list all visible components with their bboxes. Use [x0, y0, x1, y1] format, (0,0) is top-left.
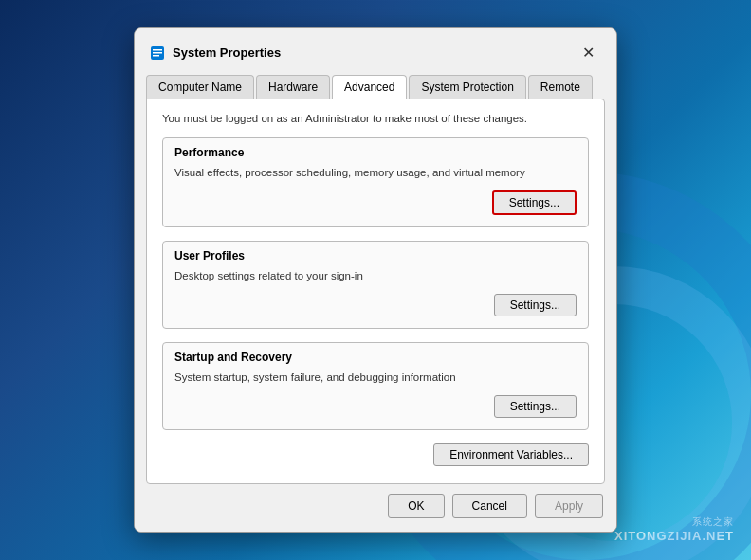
svg-rect-2	[153, 52, 162, 54]
tab-content: You must be logged on as an Administrato…	[146, 99, 605, 485]
performance-description: Visual effects, processor scheduling, me…	[174, 165, 577, 181]
dialog-footer: OK Cancel Apply	[135, 484, 616, 532]
user-profiles-section: User Profiles Desktop settings related t…	[162, 241, 589, 329]
user-profiles-settings-button[interactable]: Settings...	[494, 294, 577, 316]
tab-remote[interactable]: Remote	[528, 75, 593, 99]
user-profiles-btn-row: Settings...	[174, 294, 577, 316]
dialog-title: System Properties	[173, 45, 281, 60]
env-variables-row: Environment Variables...	[162, 443, 589, 470]
watermark: 系统之家 XITONGZIJIA.NET	[614, 515, 734, 543]
startup-recovery-settings-button[interactable]: Settings...	[494, 395, 577, 418]
title-bar: System Properties ✕	[135, 28, 616, 66]
admin-notice: You must be logged on as an Administrato…	[162, 113, 589, 124]
tab-bar: Computer Name Hardware Advanced System P…	[135, 66, 616, 99]
ok-button[interactable]: OK	[388, 494, 444, 518]
performance-section: Performance Visual effects, processor sc…	[162, 137, 589, 227]
performance-title: Performance	[174, 146, 577, 159]
startup-recovery-title: Startup and Recovery	[174, 351, 577, 364]
performance-btn-row: Settings...	[174, 190, 577, 215]
startup-recovery-btn-row: Settings...	[174, 395, 577, 418]
watermark-line2: XITONGZIJIA.NET	[614, 529, 734, 543]
close-button[interactable]: ✕	[575, 40, 601, 66]
environment-variables-button[interactable]: Environment Variables...	[433, 443, 589, 466]
watermark-line1: 系统之家	[614, 515, 734, 529]
cancel-button[interactable]: Cancel	[452, 494, 527, 518]
system-properties-dialog: System Properties ✕ Computer Name Hardwa…	[134, 27, 617, 533]
tab-hardware[interactable]: Hardware	[256, 75, 330, 99]
startup-recovery-description: System startup, system failure, and debu…	[174, 370, 577, 386]
tab-advanced[interactable]: Advanced	[332, 75, 407, 99]
startup-recovery-section: Startup and Recovery System startup, sys…	[162, 342, 589, 430]
svg-rect-1	[153, 49, 162, 51]
tab-computer-name[interactable]: Computer Name	[146, 75, 254, 99]
apply-button[interactable]: Apply	[535, 494, 603, 518]
svg-rect-3	[153, 55, 159, 57]
user-profiles-description: Desktop settings related to your sign-in	[174, 268, 577, 284]
title-bar-left: System Properties	[150, 45, 281, 61]
system-properties-icon	[150, 45, 165, 61]
performance-settings-button[interactable]: Settings...	[492, 190, 577, 215]
user-profiles-title: User Profiles	[174, 249, 577, 262]
tab-system-protection[interactable]: System Protection	[409, 75, 525, 99]
